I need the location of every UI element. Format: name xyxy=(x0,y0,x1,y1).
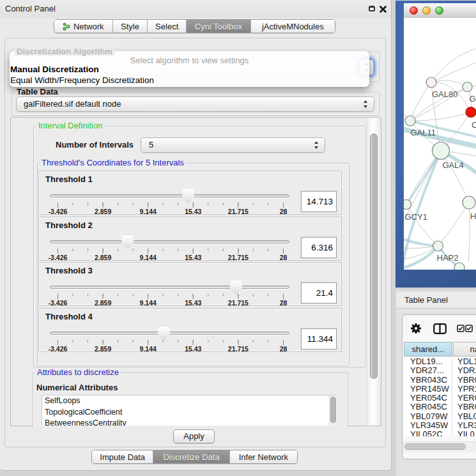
threshold-1-value-field[interactable]: 14.713 xyxy=(301,191,337,212)
threshold-3-slider-thumb[interactable] xyxy=(230,280,242,295)
checkbox-checked-icon[interactable] xyxy=(457,325,464,332)
table-cell[interactable]: YDR27... xyxy=(404,366,451,375)
threshold-4-slider-thumb[interactable] xyxy=(158,326,170,341)
table-cell[interactable]: YPR145W xyxy=(404,385,451,394)
minimize-traffic-light[interactable] xyxy=(422,6,431,15)
tab-infer-network-label: Infer Network xyxy=(239,452,288,462)
table-row[interactable]: YER054CYER0 xyxy=(404,394,476,403)
table-cell[interactable]: YLR3 xyxy=(451,421,476,430)
numerical-attributes-label: Numerical Attributes xyxy=(36,383,118,392)
tab-select[interactable]: Select xyxy=(147,20,186,33)
table-cell[interactable]: YDL19... xyxy=(404,357,451,366)
close-icon[interactable] xyxy=(380,6,387,13)
table-row[interactable]: YBR045CYBR0 xyxy=(404,403,476,411)
table-cell[interactable]: YER054C xyxy=(404,394,451,403)
table-panel-title: Table Panel xyxy=(404,293,448,307)
tab-jactivemnodules[interactable]: jActiveMNodules xyxy=(250,20,335,33)
table-row[interactable]: YIL052CYIL0 xyxy=(404,430,476,436)
attributes-list[interactable]: SelfLoops TopologicalCoefficient Between… xyxy=(42,395,337,426)
table-hscrollbar-thumb[interactable] xyxy=(404,443,466,450)
table-data-combobox-value: galFiltered.sif default node xyxy=(24,99,121,109)
table-cell[interactable]: YBL0 xyxy=(451,412,476,421)
zoom-traffic-light[interactable] xyxy=(435,6,443,15)
tick-label: -3.426 xyxy=(49,254,68,261)
node-hap2[interactable] xyxy=(433,241,443,251)
list-item[interactable]: BetweennessCentrality xyxy=(42,418,337,426)
number-of-intervals-combobox[interactable]: 5 xyxy=(141,137,325,153)
table-row[interactable]: YBL079WYBL0 xyxy=(404,412,476,421)
table-cell[interactable]: YBR0 xyxy=(451,376,476,385)
node-h-cut[interactable] xyxy=(463,196,475,209)
tab-style[interactable]: Style xyxy=(112,20,148,33)
slider-major-ticks xyxy=(58,203,284,208)
algorithm-popup-item-manual[interactable]: Manual Discretization xyxy=(10,65,99,74)
table-cell[interactable]: YDL1 xyxy=(451,357,476,366)
table-data-combobox[interactable]: galFiltered.sif default node xyxy=(16,96,374,112)
table-column-header-name[interactable]: na xyxy=(453,342,476,357)
gear-icon[interactable] xyxy=(410,323,422,334)
threshold-3-panel: Threshold 3 -3.426 2.859 9.144 15.43 21.… xyxy=(38,262,342,306)
node-ga-cut[interactable] xyxy=(463,82,472,92)
table-row[interactable]: YPR145WYPR1 xyxy=(404,385,476,394)
settings-scrollbar-thumb[interactable] xyxy=(370,134,378,379)
threshold-3-slider-track[interactable] xyxy=(50,286,289,289)
threshold-2-panel: Threshold 2 -3.426 2.859 9.144 15.43 21.… xyxy=(38,217,342,261)
tab-cyni-toolbox[interactable]: Cyni Toolbox xyxy=(186,20,250,33)
table-cell[interactable]: YLR345W xyxy=(404,421,451,430)
threshold-3-value-field[interactable]: 21.4 xyxy=(301,282,337,303)
threshold-2-value-field[interactable]: 6.316 xyxy=(301,237,337,258)
table-column-header-shared-name[interactable]: shared... xyxy=(404,342,452,357)
attributes-list-scrollbar-thumb[interactable] xyxy=(330,397,336,423)
table-cell[interactable]: YBL079W xyxy=(404,412,451,421)
table-cell[interactable]: YBR043C xyxy=(404,376,451,385)
table-row[interactable]: YBR043CYBR0 xyxy=(404,376,476,385)
node-gcy1[interactable] xyxy=(404,200,411,210)
tick-label: -3.426 xyxy=(49,208,68,215)
node-red-selected[interactable] xyxy=(466,107,476,118)
table-cell[interactable]: YIL0 xyxy=(451,430,475,436)
threshold-2-slider-track[interactable] xyxy=(50,240,289,243)
table-cell[interactable]: YER0 xyxy=(451,394,476,403)
list-item[interactable]: SelfLoops xyxy=(42,395,337,407)
threshold-2-slider-thumb[interactable] xyxy=(121,235,134,250)
split-columns-icon[interactable] xyxy=(433,323,447,334)
algorithm-popup-item-equal-width[interactable]: Equal Width/Frequency Discretization xyxy=(10,75,154,85)
tab-impute-data[interactable]: Impute Data xyxy=(92,450,153,463)
table-row[interactable]: YDR27...YDR2 xyxy=(404,366,476,375)
tick-label: 15.43 xyxy=(185,345,201,353)
table-cell[interactable]: YDR2 xyxy=(451,366,476,375)
apply-button[interactable]: Apply xyxy=(173,429,215,443)
node-gal80[interactable] xyxy=(426,77,436,88)
node-gal11[interactable] xyxy=(405,116,415,126)
close-traffic-light[interactable] xyxy=(410,6,418,15)
list-item[interactable]: TopologicalCoefficient xyxy=(42,407,337,418)
float-window-icon[interactable] xyxy=(369,6,375,12)
checkbox-checked-icon[interactable] xyxy=(465,325,473,332)
table-cell[interactable]: YPR1 xyxy=(451,385,476,394)
threshold-1-slider-track[interactable] xyxy=(50,194,289,197)
control-panel-window: Control Panel Network Style Select xyxy=(0,0,392,471)
tab-discretize-data[interactable]: Discretize Data xyxy=(153,450,229,463)
tab-infer-network[interactable]: Infer Network xyxy=(229,450,297,463)
table-cell[interactable]: YBR045C xyxy=(404,403,451,411)
node-bottom-cut[interactable] xyxy=(454,263,464,270)
table-cell[interactable]: YIL052C xyxy=(404,430,451,436)
threshold-1-slider-thumb[interactable] xyxy=(182,189,194,204)
tick-label: 21.715 xyxy=(228,345,249,353)
threshold-3-label: Threshold 3 xyxy=(45,266,93,275)
control-panel-titlebar: Control Panel xyxy=(0,0,391,18)
tick-label: 28 xyxy=(280,345,288,353)
table-row[interactable]: YLR345WYLR3 xyxy=(404,421,476,430)
slider-major-ticks xyxy=(58,249,284,254)
table-cell[interactable]: YBR0 xyxy=(451,403,476,411)
network-view-window: GAL80 GA C GAL11 GAL4 GCY1 H HAP2 xyxy=(395,1,476,288)
node-label-c: C xyxy=(472,120,476,130)
tab-select-label: Select xyxy=(155,22,178,31)
network-graph: GAL80 GA C GAL11 GAL4 GCY1 H HAP2 xyxy=(404,18,476,270)
network-canvas[interactable]: GAL80 GA C GAL11 GAL4 GCY1 H HAP2 xyxy=(404,18,476,270)
threshold-4-value-field[interactable]: 11.344 xyxy=(301,328,337,349)
node-gal4[interactable] xyxy=(433,142,450,160)
tab-network[interactable]: Network xyxy=(54,20,112,33)
table-row[interactable]: YDL19...YDL1 xyxy=(404,357,476,366)
node-label-gal80: GAL80 xyxy=(432,89,457,99)
